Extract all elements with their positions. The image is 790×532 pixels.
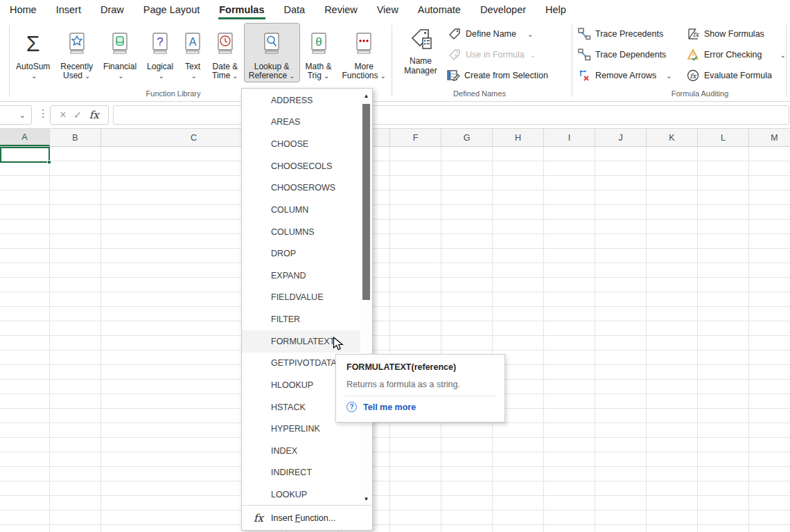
function-menu-item[interactable]: CHOOSECOLS [242, 155, 361, 177]
grid-column[interactable] [50, 147, 101, 532]
create-from-selection-button[interactable]: Create from Selection [446, 66, 548, 85]
function-menu-item[interactable]: EXPAND [242, 265, 361, 287]
column-header[interactable]: M [749, 129, 790, 146]
lookup-reference-button[interactable]: Lookup & Reference⌄ [244, 23, 300, 82]
grid-column[interactable] [749, 147, 790, 532]
math-trig-button[interactable]: θ Math & Trig⌄ [301, 23, 337, 82]
scrollbar-thumb[interactable] [362, 104, 370, 300]
enter-icon[interactable]: ✓ [73, 109, 82, 121]
define-name-button[interactable]: Define Name ⌄ [448, 25, 533, 43]
grid-column[interactable] [390, 147, 441, 532]
function-menu-item[interactable]: ADDRESS [242, 89, 361, 112]
column-header[interactable]: I [544, 129, 595, 146]
column-header[interactable]: A [0, 129, 50, 146]
ribbon-tab[interactable]: View [376, 1, 399, 19]
ribbon-tab[interactable]: Help [545, 1, 567, 19]
date-time-book-icon [216, 33, 234, 55]
group-label-defined-names: Defined Names [453, 89, 506, 98]
ribbon-tab[interactable]: Home [9, 1, 37, 19]
formula-input[interactable] [113, 105, 789, 125]
text-button[interactable]: A Text ⌄ [179, 23, 207, 82]
group-separator [786, 25, 787, 97]
name-box[interactable]: ⌄ [0, 105, 32, 125]
math-trig-book-icon: θ [310, 33, 328, 55]
function-list: ADDRESS AREAS CHOOSE CHOOSECOLS CHOOSERO… [242, 89, 361, 506]
remove-arrows-button[interactable]: Remove Arrows ⌄ [577, 66, 672, 85]
date-time-button[interactable]: Date & Time⌄ [207, 23, 243, 82]
column-header[interactable]: J [595, 129, 647, 146]
evaluate-formula-button[interactable]: fx Evaluate Formula [686, 66, 772, 85]
tell-me-more-link[interactable]: Tell me more [363, 402, 416, 412]
grid-column[interactable] [544, 147, 595, 532]
autosum-button[interactable]: Σ AutoSum ⌄ [11, 23, 55, 82]
financial-button[interactable]: Financial ⌄ [98, 23, 141, 82]
error-checking-button[interactable]: Error Checking ⌄ [686, 46, 786, 64]
function-menu-item[interactable]: INDIRECT [242, 462, 361, 484]
ribbon-tab[interactable]: Data [283, 1, 306, 19]
column-header[interactable]: G [441, 129, 493, 146]
function-menu-item[interactable]: AREAS [242, 112, 361, 134]
svg-text:?: ? [157, 35, 163, 48]
chevron-down-icon: ⌄ [666, 72, 672, 80]
group-separator [9, 25, 10, 97]
trace-precedents-icon [577, 28, 591, 40]
grid-column[interactable] [0, 147, 50, 532]
grid-column[interactable] [647, 147, 698, 532]
more-functions-button[interactable]: More Functions⌄ [337, 23, 391, 82]
grid-column[interactable] [493, 147, 544, 532]
show-formulas-button[interactable]: fx Show Formulas [686, 25, 764, 43]
column-header[interactable]: H [493, 129, 544, 146]
ribbon-tab[interactable]: Insert [55, 1, 82, 19]
menu-scrollbar[interactable]: ▲ ▼ [360, 89, 372, 506]
financial-book-icon [111, 33, 129, 55]
function-library-group: Σ AutoSum ⌄ Recently Used⌄ Financial ⌄ ?… [11, 23, 392, 82]
function-menu-item[interactable]: FILTER [242, 308, 361, 330]
function-menu-item[interactable]: COLUMN [242, 199, 361, 221]
scroll-down-icon[interactable]: ▼ [360, 493, 372, 504]
function-menu-item[interactable]: LOOKUP [242, 484, 361, 506]
group-separator [392, 25, 392, 97]
logical-button[interactable]: ? Logical ⌄ [142, 23, 178, 82]
use-in-formula-button: fx Use in Formula ⌄ [448, 46, 536, 64]
ribbon-tab[interactable]: Developer [480, 1, 527, 19]
column-header[interactable]: L [698, 129, 749, 146]
function-menu-item[interactable]: COLUMNS [242, 221, 361, 243]
trace-precedents-button[interactable]: Trace Precedents [577, 25, 663, 43]
recently-used-button[interactable]: Recently Used⌄ [55, 23, 98, 82]
ribbon-tab[interactable]: Formulas [218, 1, 265, 19]
insert-function-menu-item[interactable]: fx Insert Function... [242, 505, 372, 530]
ribbon-tab[interactable]: Automate [417, 1, 462, 19]
cancel-icon[interactable]: × [60, 109, 66, 121]
name-manager-button[interactable]: Name Manager [401, 23, 441, 88]
column-header[interactable]: K [647, 129, 698, 146]
fill-handle[interactable] [47, 160, 51, 164]
formula-bar-grip-icon[interactable]: ⋮ [38, 107, 49, 120]
sheet-grid[interactable] [0, 147, 790, 532]
trace-dependents-button[interactable]: Trace Dependents [577, 46, 666, 64]
insert-function-icon[interactable]: fx [89, 109, 99, 121]
fx-icon: fx [254, 512, 263, 524]
function-tooltip: FORMULATEXT(reference) Returns a formula… [335, 354, 505, 423]
grid-column[interactable] [441, 147, 493, 532]
function-menu-item[interactable]: FIELDVALUE [242, 287, 361, 309]
column-header[interactable]: F [390, 129, 441, 146]
grid-column[interactable] [698, 147, 749, 532]
selected-cell-a1[interactable] [0, 147, 50, 163]
ribbon-tab[interactable]: Draw [100, 1, 125, 19]
chevron-down-icon: ⌄ [118, 72, 123, 80]
ribbon-tab[interactable]: Page Layout [143, 1, 200, 19]
grid-pen-icon [446, 69, 460, 82]
grid-column[interactable] [595, 147, 647, 532]
scroll-up-icon[interactable]: ▲ [360, 90, 372, 101]
chevron-down-icon: ⌄ [289, 72, 295, 80]
function-menu-item[interactable]: INDEX [242, 440, 361, 462]
ribbon-tab[interactable]: Review [324, 1, 358, 19]
function-menu-item[interactable]: CHOOSEROWS [242, 177, 361, 200]
function-menu-item[interactable]: DROP [242, 242, 361, 265]
function-menu-item[interactable]: CHOOSE [242, 133, 361, 155]
column-headers: A B C D E F G H I J [0, 129, 790, 147]
recently-used-book-icon [68, 33, 86, 55]
chevron-down-icon: ⌄ [380, 72, 386, 80]
sigma-icon: Σ [26, 33, 40, 55]
column-header[interactable]: B [50, 129, 101, 146]
